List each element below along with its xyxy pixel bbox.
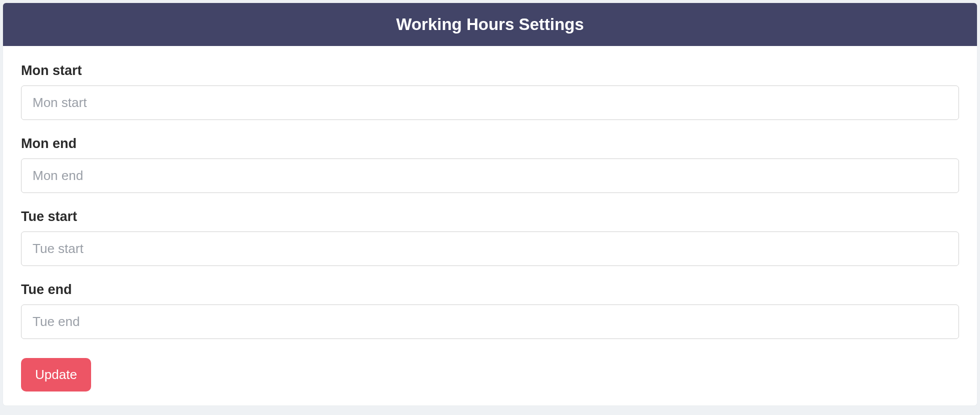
label-mon-start: Mon start	[21, 63, 959, 78]
card-header-title: Working Hours Settings	[3, 3, 977, 46]
update-button[interactable]: Update	[21, 358, 91, 392]
input-tue-end[interactable]	[21, 304, 959, 339]
form-group-mon-end: Mon end	[21, 136, 959, 193]
working-hours-card: Working Hours Settings Mon start Mon end…	[3, 3, 977, 406]
input-mon-start[interactable]	[21, 86, 959, 120]
input-mon-end[interactable]	[21, 158, 959, 193]
form-group-tue-end: Tue end	[21, 282, 959, 339]
input-tue-start[interactable]	[21, 232, 959, 266]
form-group-mon-start: Mon start	[21, 63, 959, 120]
card-body: Mon start Mon end Tue start Tue end Upda…	[3, 46, 977, 406]
label-tue-start: Tue start	[21, 209, 959, 224]
label-mon-end: Mon end	[21, 136, 959, 152]
label-tue-end: Tue end	[21, 282, 959, 298]
form-group-tue-start: Tue start	[21, 209, 959, 266]
